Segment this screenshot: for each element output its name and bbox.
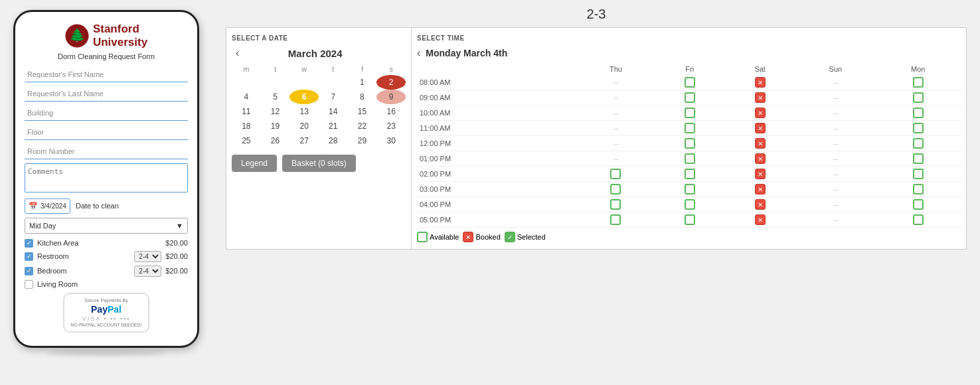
calendar-day[interactable]: 13 [289, 104, 319, 119]
comments-input[interactable] [25, 163, 188, 193]
calendar-day[interactable]: 26 [261, 133, 290, 148]
checkbox-select[interactable]: 2-41234 [134, 251, 161, 262]
available-checkbox[interactable] [913, 92, 924, 103]
available-checkbox[interactable] [685, 77, 695, 88]
available-checkbox[interactable] [610, 184, 621, 194]
time-cell-thu[interactable] [577, 182, 655, 197]
calendar-day[interactable]: 1 [348, 75, 377, 90]
time-cell-thu[interactable] [577, 167, 655, 182]
time-cell-fri[interactable] [655, 151, 724, 167]
basket-button[interactable]: Basket (0 slots) [282, 155, 356, 172]
time-cell-mon[interactable] [876, 90, 961, 106]
available-checkbox[interactable] [610, 199, 621, 210]
available-checkbox[interactable] [685, 92, 695, 103]
time-cell-sat[interactable] [724, 106, 795, 121]
time-cell-sat[interactable] [724, 151, 795, 167]
available-checkbox[interactable] [685, 108, 695, 118]
room-number-input[interactable] [25, 144, 188, 159]
time-cell-mon[interactable] [876, 182, 961, 197]
date-input[interactable]: 📅 3/4/2024 [25, 198, 70, 214]
available-checkbox[interactable] [685, 199, 695, 210]
calendar-day[interactable]: 28 [319, 133, 348, 148]
checkbox-select[interactable]: 2-41234 [134, 266, 161, 277]
calendar-day[interactable]: 18 [232, 119, 261, 133]
available-checkbox[interactable] [610, 214, 621, 225]
last-name-input[interactable] [25, 86, 188, 102]
time-cell-mon[interactable] [876, 197, 961, 212]
time-cell-mon[interactable] [876, 167, 961, 182]
time-cell-fri[interactable] [655, 121, 724, 136]
time-cell-fri[interactable] [655, 212, 724, 228]
calendar-day[interactable]: 23 [376, 119, 406, 133]
checkbox-input[interactable] [25, 280, 33, 289]
time-cell-sat[interactable] [724, 182, 795, 197]
time-cell-fri[interactable] [655, 90, 724, 106]
time-cell-fri[interactable] [655, 197, 724, 212]
checkbox-input[interactable] [25, 252, 33, 261]
calendar-day[interactable]: 27 [289, 133, 319, 148]
time-cell-fri[interactable] [655, 106, 724, 121]
calendar-day[interactable]: 21 [319, 119, 348, 133]
available-checkbox[interactable] [913, 153, 924, 164]
time-cell-sat[interactable] [724, 197, 795, 212]
legend-button[interactable]: Legend [232, 155, 277, 172]
time-cell-sat[interactable] [724, 90, 795, 106]
available-checkbox[interactable] [913, 108, 924, 118]
time-cell-mon[interactable] [876, 212, 961, 228]
available-checkbox[interactable] [610, 169, 621, 179]
calendar-day[interactable]: 25 [232, 133, 261, 148]
time-cell-sat[interactable] [724, 167, 795, 182]
calendar-day[interactable]: 6 [289, 90, 319, 104]
calendar-day[interactable]: 20 [289, 119, 319, 133]
available-checkbox[interactable] [913, 199, 924, 210]
available-checkbox[interactable] [913, 123, 924, 133]
calendar-day[interactable]: 30 [376, 133, 406, 148]
floor-input[interactable] [25, 125, 188, 140]
calendar-day[interactable]: 11 [232, 104, 261, 119]
time-cell-sat[interactable] [724, 212, 795, 228]
calendar-prev-button[interactable]: ‹ [232, 47, 243, 59]
calendar-day[interactable]: 16 [376, 104, 406, 119]
calendar-day[interactable]: 8 [348, 90, 377, 104]
available-checkbox[interactable] [913, 214, 924, 225]
available-checkbox[interactable] [685, 184, 695, 194]
calendar-day[interactable]: 14 [319, 104, 348, 119]
time-cell-fri[interactable] [655, 136, 724, 151]
building-input[interactable] [25, 106, 188, 121]
time-cell-fri[interactable] [655, 182, 724, 197]
first-name-input[interactable] [25, 67, 188, 82]
available-checkbox[interactable] [913, 77, 924, 88]
time-cell-sat[interactable] [724, 121, 795, 136]
time-cell-thu[interactable] [577, 212, 655, 228]
calendar-day[interactable]: 5 [261, 90, 290, 104]
checkbox-input[interactable] [25, 267, 33, 275]
calendar-day[interactable]: 9 [376, 90, 406, 104]
available-checkbox[interactable] [685, 138, 695, 149]
calendar-day[interactable]: 19 [261, 119, 290, 133]
time-dropdown[interactable]: Mid Day ▼ [25, 218, 188, 234]
available-checkbox[interactable] [913, 138, 924, 149]
time-cell-thu[interactable] [577, 197, 655, 212]
available-checkbox[interactable] [913, 169, 924, 179]
calendar-day[interactable]: 22 [348, 119, 377, 133]
available-checkbox[interactable] [685, 153, 695, 164]
calendar-day[interactable]: 29 [348, 133, 377, 148]
time-cell-fri[interactable] [655, 167, 724, 182]
calendar-day[interactable]: 7 [319, 90, 348, 104]
available-checkbox[interactable] [685, 123, 695, 133]
time-cell-fri[interactable] [655, 75, 724, 90]
time-cell-mon[interactable] [876, 106, 961, 121]
checkbox-input[interactable] [25, 239, 33, 248]
time-cell-mon[interactable] [876, 136, 961, 151]
available-checkbox[interactable] [913, 184, 924, 194]
time-cell-mon[interactable] [876, 121, 961, 136]
time-cell-sat[interactable] [724, 136, 795, 151]
time-cell-sat[interactable] [724, 75, 795, 90]
calendar-day[interactable]: 2 [376, 75, 406, 90]
calendar-day[interactable]: 12 [261, 104, 290, 119]
calendar-day[interactable]: 15 [348, 104, 377, 119]
calendar-day[interactable]: 4 [232, 90, 261, 104]
available-checkbox[interactable] [685, 169, 695, 179]
time-cell-mon[interactable] [876, 75, 961, 90]
time-prev-button[interactable]: ‹ [417, 47, 420, 59]
